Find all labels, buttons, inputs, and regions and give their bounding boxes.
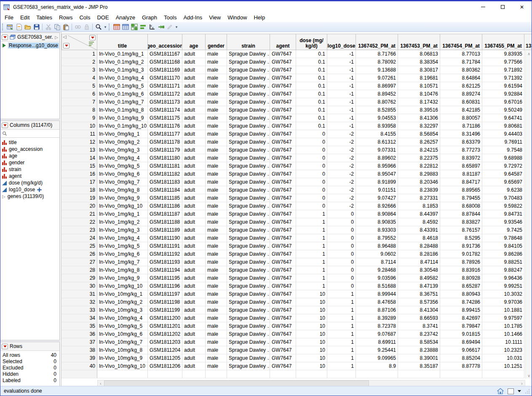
- table-cell[interactable]: GSM1811183: [148, 178, 182, 186]
- table-cell[interactable]: GSM1811205: [148, 354, 182, 362]
- row-number[interactable]: 10: [61, 122, 97, 130]
- table-cell[interactable]: adult: [182, 226, 206, 234]
- table-cell[interactable]: 10: [296, 330, 327, 338]
- table-cell[interactable]: -2: [327, 194, 356, 202]
- column-item-geo-accession[interactable]: geo_accession: [0, 146, 59, 153]
- table-cell[interactable]: 9.09965: [356, 354, 398, 362]
- table-cell[interactable]: 0: [327, 218, 356, 226]
- table-cell[interactable]: adult: [182, 58, 206, 66]
- table-cell[interactable]: 8.23839: [398, 186, 440, 194]
- table-cell[interactable]: [97, 370, 148, 378]
- table-cell[interactable]: 10: [296, 290, 327, 298]
- column-header-title[interactable]: title: [97, 34, 148, 50]
- table-cell[interactable]: 8.95966: [356, 162, 398, 170]
- table-cell[interactable]: GSM1811185: [148, 194, 182, 202]
- table-cell[interactable]: male: [206, 330, 227, 338]
- table-cell[interactable]: Sprague Dawley …: [227, 154, 270, 162]
- rows-header-menu[interactable]: [63, 43, 70, 48]
- table-cell[interactable]: 0: [327, 250, 356, 258]
- table-cell[interactable]: 8.39516: [398, 106, 440, 114]
- table-cell[interactable]: GSM1811187: [148, 210, 182, 218]
- table-cell[interactable]: 8.77013: [440, 50, 482, 58]
- table-cell[interactable]: 8.76157: [440, 226, 482, 234]
- table-cell[interactable]: 8.77273: [440, 146, 482, 154]
- table-cell[interactable]: GW7647: [270, 50, 296, 58]
- table-cell[interactable]: In-Vivo_0.1mg/kg_3: [97, 66, 148, 74]
- table-cell[interactable]: GSM1811188: [148, 218, 182, 226]
- table-cell[interactable]: Sprague Dawley …: [227, 186, 270, 194]
- table-cell[interactable]: 9.25441: [356, 346, 398, 354]
- table-cell[interactable]: male: [206, 202, 227, 210]
- table-cell[interactable]: 8.93303: [356, 226, 398, 234]
- table-cell[interactable]: 1: [296, 282, 327, 290]
- table-cell[interactable]: 8.90835: [356, 218, 398, 226]
- table-cell[interactable]: -1: [327, 74, 356, 82]
- table-cell[interactable]: 8.9: [356, 362, 398, 370]
- table-cell[interactable]: 0: [327, 258, 356, 266]
- table-cell[interactable]: 8.49582: [398, 274, 440, 282]
- table-cell[interactable]: In-Vivo_1mg/kg_9: [97, 274, 148, 282]
- graph-builder-icon[interactable]: [139, 22, 147, 31]
- table-cell[interactable]: 9.84105: [482, 242, 524, 250]
- row-number[interactable]: 20: [61, 202, 97, 210]
- toolbar-overflow-icon[interactable]: ▾: [103, 25, 108, 29]
- table-cell[interactable]: GW7647: [270, 178, 296, 186]
- table-cell[interactable]: 8.83827: [440, 218, 482, 226]
- menu-file[interactable]: File: [1, 13, 17, 21]
- table-cell[interactable]: GSM1811167: [148, 50, 182, 58]
- table-cell[interactable]: 8.44397: [398, 210, 440, 218]
- table-cell[interactable]: 9.71892: [482, 66, 524, 74]
- table-cell[interactable]: GW7647: [270, 234, 296, 242]
- table-cell[interactable]: 8.38354: [398, 58, 440, 66]
- table-cell[interactable]: 10: [296, 338, 327, 346]
- table-cell[interactable]: male: [206, 266, 227, 274]
- table-cell[interactable]: adult: [182, 290, 206, 298]
- table-cell[interactable]: 8.80943: [440, 290, 482, 298]
- table-cell[interactable]: 8.91736: [440, 242, 482, 250]
- table-cell[interactable]: adult: [182, 154, 206, 162]
- column-item-dose-mg-kg-d[interactable]: dose (mg/kg/d): [0, 179, 59, 186]
- table-cell[interactable]: 10.1111: [482, 338, 524, 346]
- table-cell[interactable]: In-Vivo_0.1mg/kg_1: [97, 50, 148, 58]
- table-cell[interactable]: 8.47139: [398, 282, 440, 290]
- table-cell[interactable]: In-Vivo_0mg/kg_9: [97, 194, 148, 202]
- fit-yx-icon[interactable]: yx: [147, 22, 156, 31]
- table-cell[interactable]: 0: [327, 234, 356, 242]
- table-cell[interactable]: In-Vivo_10mg/kg_10: [97, 362, 148, 370]
- data-table-icon[interactable]: [112, 22, 121, 31]
- scroll-up-icon[interactable]: ∧: [526, 51, 532, 57]
- table-cell[interactable]: 8.71766: [356, 50, 398, 58]
- table-cell[interactable]: 9.01151: [356, 186, 398, 194]
- table-cell[interactable]: GSM1811179: [148, 146, 182, 154]
- table-cell[interactable]: GW7647: [270, 210, 296, 218]
- table-cell[interactable]: GW7647: [270, 330, 296, 338]
- table-cell[interactable]: Sprague Dawley …: [227, 178, 270, 186]
- table-cell[interactable]: GSM1811197: [148, 290, 182, 298]
- table-cell[interactable]: -2: [327, 178, 356, 186]
- table-cell[interactable]: GSM1811176: [148, 122, 182, 130]
- row-number[interactable]: 3: [61, 66, 97, 74]
- table-cell[interactable]: 8.89274: [440, 90, 482, 98]
- table-cell[interactable]: Sprague Dawley …: [227, 346, 270, 354]
- table-cell[interactable]: Sprague Dawley …: [227, 242, 270, 250]
- table-cell[interactable]: male: [206, 130, 227, 138]
- column-item-genes-31139-0[interactable]: ▷genes (31139/0): [0, 193, 59, 200]
- table-cell[interactable]: GW7647: [270, 354, 296, 362]
- table-cell[interactable]: adult: [182, 282, 206, 290]
- row-number[interactable]: 37: [61, 338, 97, 346]
- table-cell[interactable]: GW7647: [270, 58, 296, 66]
- table-cell[interactable]: 8.17432: [398, 98, 440, 106]
- column-header-dose-mg-kg-d[interactable]: dose (mg/ kg/d): [296, 34, 327, 50]
- table-cell[interactable]: adult: [182, 66, 206, 74]
- table-cell[interactable]: -2: [327, 170, 356, 178]
- row-number[interactable]: 34: [61, 314, 97, 322]
- table-cell[interactable]: GW7647: [270, 218, 296, 226]
- table-cell[interactable]: adult: [182, 258, 206, 266]
- menu-help[interactable]: Help: [250, 13, 268, 21]
- table-cell[interactable]: Sprague Dawley …: [227, 90, 270, 98]
- table-cell[interactable]: 0: [327, 210, 356, 218]
- table-cell[interactable]: GSM1811182: [148, 170, 182, 178]
- table-cell[interactable]: Sprague Dawley …: [227, 162, 270, 170]
- table-cell[interactable]: Sprague Dawley …: [227, 306, 270, 314]
- table-cell[interactable]: Sprague Dawley …: [227, 146, 270, 154]
